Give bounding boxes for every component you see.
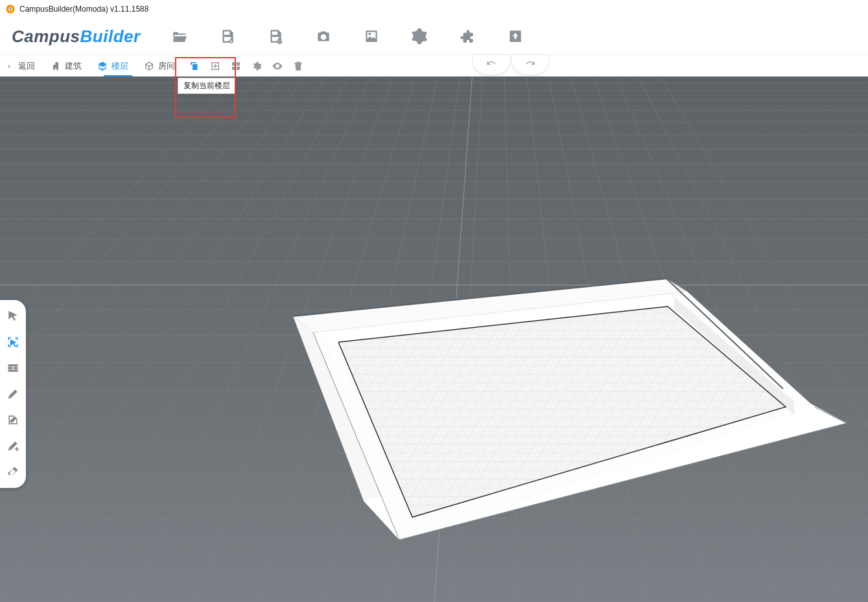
svg-point-4	[230, 40, 232, 42]
snapshot-button[interactable]	[313, 26, 334, 47]
plugins-button[interactable]	[457, 26, 478, 47]
grid-view-button[interactable]	[229, 60, 242, 73]
download-button[interactable]	[505, 26, 526, 47]
trash-icon	[292, 60, 304, 72]
edit-square-icon	[6, 413, 19, 426]
add-floor-button[interactable]	[209, 60, 222, 73]
floor-settings-button[interactable]	[250, 60, 263, 73]
chevron-left-icon: ‹	[8, 61, 14, 71]
open-button[interactable]	[169, 26, 190, 47]
save-icon	[219, 28, 236, 45]
logo-part-2: Builder	[80, 27, 141, 47]
back-button[interactable]: ‹ 返回	[0, 55, 43, 76]
wall-icon	[6, 362, 19, 375]
floor-actions	[188, 55, 305, 76]
save-refresh-icon	[267, 28, 284, 45]
image-icon	[363, 28, 380, 45]
pencil-icon	[6, 388, 19, 400]
gear-icon	[411, 28, 428, 45]
pencil-tool[interactable]	[6, 387, 20, 401]
app-icon	[5, 4, 16, 14]
eye-icon	[272, 60, 283, 72]
undo-button[interactable]	[473, 55, 510, 75]
building-icon	[51, 61, 61, 71]
breadcrumb-bar: ‹ 返回 建筑 楼层 房间	[0, 54, 868, 76]
back-label: 返回	[18, 60, 35, 72]
puzzle-icon	[459, 28, 476, 45]
save-button[interactable]	[217, 26, 238, 47]
window-titlebar: CampusBuilder(Momoda) v1.11.1588	[0, 0, 868, 18]
crumb-room-label: 房间	[158, 60, 175, 72]
download-box-icon	[507, 28, 524, 45]
history-controls	[473, 55, 548, 75]
grid-icon	[230, 60, 242, 72]
cursor-icon	[6, 310, 19, 323]
copy-icon	[189, 60, 200, 72]
gear-small-icon	[251, 60, 263, 72]
folder-open-icon	[171, 28, 188, 45]
camera-icon	[315, 28, 332, 45]
visibility-button[interactable]	[271, 60, 284, 73]
cube-icon	[144, 61, 154, 71]
eraser-tool[interactable]	[6, 465, 20, 479]
rectangle-select-icon	[6, 336, 19, 349]
main-toolbar	[169, 26, 526, 47]
undo-icon	[486, 59, 497, 71]
save-as-button[interactable]	[265, 26, 286, 47]
redo-button[interactable]	[512, 55, 548, 75]
floor-model[interactable]	[0, 76, 868, 602]
app-header: CampusBuilder	[0, 18, 868, 54]
crumb-floor[interactable]: 楼层	[89, 55, 136, 76]
select-tool[interactable]	[6, 309, 20, 323]
image-button[interactable]	[361, 26, 382, 47]
pen-plus-icon	[6, 439, 19, 452]
3d-viewport[interactable]	[0, 76, 868, 602]
settings-button[interactable]	[409, 26, 430, 47]
eraser-icon	[6, 465, 19, 478]
tool-tray	[0, 300, 26, 488]
pen-add-tool[interactable]	[6, 439, 20, 453]
rectangle-select-tool[interactable]	[6, 335, 20, 349]
edit-tool[interactable]	[6, 413, 20, 427]
plus-square-icon	[209, 60, 221, 72]
window-title: CampusBuilder(Momoda) v1.11.1588	[19, 5, 148, 14]
delete-floor-button[interactable]	[292, 60, 305, 73]
layers-icon	[97, 61, 108, 71]
crumb-floor-label: 楼层	[111, 60, 128, 72]
wall-tool[interactable]	[6, 361, 20, 375]
redo-icon	[524, 59, 536, 71]
tooltip-copy-floor: 复制当前楼层	[178, 78, 236, 94]
crumb-room[interactable]: 房间	[136, 55, 183, 76]
crumb-building-label: 建筑	[65, 60, 82, 72]
copy-floor-button[interactable]	[188, 60, 201, 73]
logo-part-1: Campus	[12, 27, 80, 47]
svg-point-2	[10, 8, 12, 10]
crumb-building[interactable]: 建筑	[43, 55, 89, 76]
app-logo: CampusBuilder	[12, 27, 141, 47]
